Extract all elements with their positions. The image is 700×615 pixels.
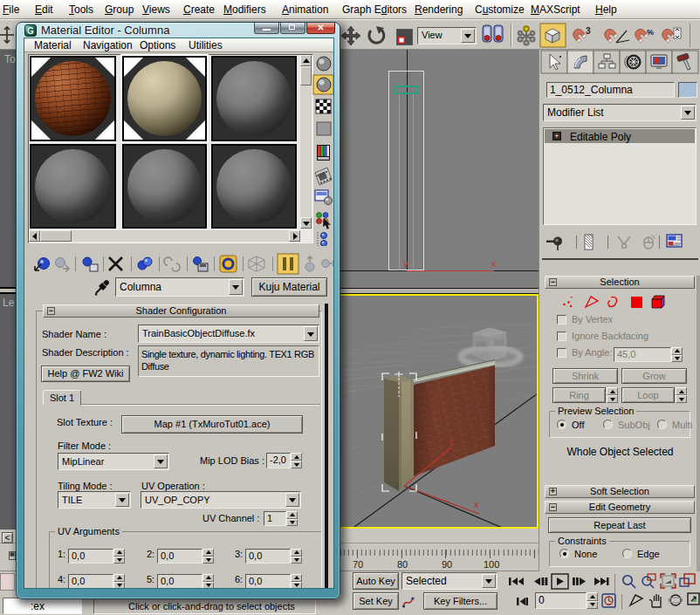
svg-text:y: y [449, 435, 454, 446]
svg-text:x: x [474, 499, 479, 509]
svg-text:%: % [647, 28, 654, 37]
svg-text:3: 3 [586, 26, 591, 36]
